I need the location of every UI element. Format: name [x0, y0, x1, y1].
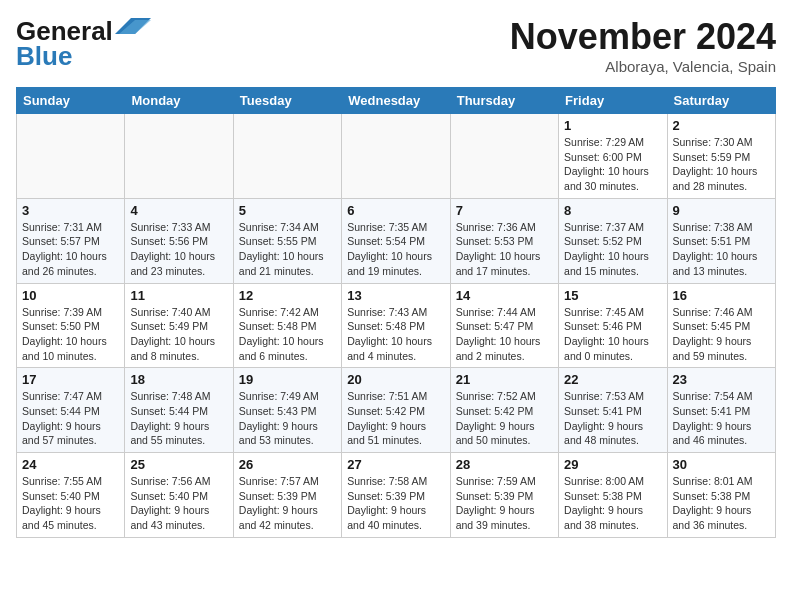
day-info: Sunrise: 7:53 AM Sunset: 5:41 PM Dayligh… — [564, 389, 661, 448]
day-info: Sunrise: 7:39 AM Sunset: 5:50 PM Dayligh… — [22, 305, 119, 364]
calendar-cell: 28Sunrise: 7:59 AM Sunset: 5:39 PM Dayli… — [450, 453, 558, 538]
calendar-week-row: 24Sunrise: 7:55 AM Sunset: 5:40 PM Dayli… — [17, 453, 776, 538]
day-number: 12 — [239, 288, 336, 303]
day-info: Sunrise: 7:34 AM Sunset: 5:55 PM Dayligh… — [239, 220, 336, 279]
calendar-week-row: 10Sunrise: 7:39 AM Sunset: 5:50 PM Dayli… — [17, 283, 776, 368]
calendar-cell: 4Sunrise: 7:33 AM Sunset: 5:56 PM Daylig… — [125, 198, 233, 283]
calendar-cell: 23Sunrise: 7:54 AM Sunset: 5:41 PM Dayli… — [667, 368, 775, 453]
day-info: Sunrise: 7:33 AM Sunset: 5:56 PM Dayligh… — [130, 220, 227, 279]
day-info: Sunrise: 7:38 AM Sunset: 5:51 PM Dayligh… — [673, 220, 770, 279]
day-number: 18 — [130, 372, 227, 387]
weekday-header-saturday: Saturday — [667, 88, 775, 114]
day-info: Sunrise: 7:29 AM Sunset: 6:00 PM Dayligh… — [564, 135, 661, 194]
calendar-cell: 3Sunrise: 7:31 AM Sunset: 5:57 PM Daylig… — [17, 198, 125, 283]
month-title: November 2024 — [510, 16, 776, 58]
calendar-cell: 22Sunrise: 7:53 AM Sunset: 5:41 PM Dayli… — [559, 368, 667, 453]
calendar-cell — [233, 114, 341, 199]
day-number: 8 — [564, 203, 661, 218]
day-number: 29 — [564, 457, 661, 472]
day-info: Sunrise: 7:55 AM Sunset: 5:40 PM Dayligh… — [22, 474, 119, 533]
calendar-week-row: 3Sunrise: 7:31 AM Sunset: 5:57 PM Daylig… — [17, 198, 776, 283]
day-info: Sunrise: 7:57 AM Sunset: 5:39 PM Dayligh… — [239, 474, 336, 533]
calendar-cell: 8Sunrise: 7:37 AM Sunset: 5:52 PM Daylig… — [559, 198, 667, 283]
calendar-cell — [17, 114, 125, 199]
logo-general: General — [16, 16, 113, 46]
day-info: Sunrise: 8:00 AM Sunset: 5:38 PM Dayligh… — [564, 474, 661, 533]
day-info: Sunrise: 7:49 AM Sunset: 5:43 PM Dayligh… — [239, 389, 336, 448]
day-number: 23 — [673, 372, 770, 387]
day-number: 24 — [22, 457, 119, 472]
weekday-header-sunday: Sunday — [17, 88, 125, 114]
calendar-cell: 12Sunrise: 7:42 AM Sunset: 5:48 PM Dayli… — [233, 283, 341, 368]
calendar-cell: 21Sunrise: 7:52 AM Sunset: 5:42 PM Dayli… — [450, 368, 558, 453]
day-number: 3 — [22, 203, 119, 218]
day-info: Sunrise: 7:43 AM Sunset: 5:48 PM Dayligh… — [347, 305, 444, 364]
calendar-cell: 11Sunrise: 7:40 AM Sunset: 5:49 PM Dayli… — [125, 283, 233, 368]
day-number: 17 — [22, 372, 119, 387]
calendar-cell: 25Sunrise: 7:56 AM Sunset: 5:40 PM Dayli… — [125, 453, 233, 538]
weekday-header-thursday: Thursday — [450, 88, 558, 114]
day-info: Sunrise: 7:40 AM Sunset: 5:49 PM Dayligh… — [130, 305, 227, 364]
day-number: 25 — [130, 457, 227, 472]
calendar-cell: 1Sunrise: 7:29 AM Sunset: 6:00 PM Daylig… — [559, 114, 667, 199]
calendar-week-row: 1Sunrise: 7:29 AM Sunset: 6:00 PM Daylig… — [17, 114, 776, 199]
calendar-cell: 2Sunrise: 7:30 AM Sunset: 5:59 PM Daylig… — [667, 114, 775, 199]
day-number: 15 — [564, 288, 661, 303]
day-number: 13 — [347, 288, 444, 303]
day-number: 9 — [673, 203, 770, 218]
day-info: Sunrise: 7:46 AM Sunset: 5:45 PM Dayligh… — [673, 305, 770, 364]
day-info: Sunrise: 7:45 AM Sunset: 5:46 PM Dayligh… — [564, 305, 661, 364]
calendar-cell — [125, 114, 233, 199]
calendar-table: SundayMondayTuesdayWednesdayThursdayFrid… — [16, 87, 776, 538]
day-number: 20 — [347, 372, 444, 387]
day-number: 1 — [564, 118, 661, 133]
day-info: Sunrise: 7:44 AM Sunset: 5:47 PM Dayligh… — [456, 305, 553, 364]
calendar-cell: 6Sunrise: 7:35 AM Sunset: 5:54 PM Daylig… — [342, 198, 450, 283]
day-info: Sunrise: 8:01 AM Sunset: 5:38 PM Dayligh… — [673, 474, 770, 533]
calendar-cell: 20Sunrise: 7:51 AM Sunset: 5:42 PM Dayli… — [342, 368, 450, 453]
logo-icon — [115, 16, 151, 36]
calendar-cell: 15Sunrise: 7:45 AM Sunset: 5:46 PM Dayli… — [559, 283, 667, 368]
day-info: Sunrise: 7:36 AM Sunset: 5:53 PM Dayligh… — [456, 220, 553, 279]
calendar-cell: 5Sunrise: 7:34 AM Sunset: 5:55 PM Daylig… — [233, 198, 341, 283]
day-info: Sunrise: 7:30 AM Sunset: 5:59 PM Dayligh… — [673, 135, 770, 194]
calendar-cell — [342, 114, 450, 199]
day-info: Sunrise: 7:51 AM Sunset: 5:42 PM Dayligh… — [347, 389, 444, 448]
calendar-cell — [450, 114, 558, 199]
calendar-week-row: 17Sunrise: 7:47 AM Sunset: 5:44 PM Dayli… — [17, 368, 776, 453]
day-info: Sunrise: 7:54 AM Sunset: 5:41 PM Dayligh… — [673, 389, 770, 448]
day-number: 4 — [130, 203, 227, 218]
calendar-cell: 18Sunrise: 7:48 AM Sunset: 5:44 PM Dayli… — [125, 368, 233, 453]
location: Alboraya, Valencia, Spain — [510, 58, 776, 75]
calendar-cell: 29Sunrise: 8:00 AM Sunset: 5:38 PM Dayli… — [559, 453, 667, 538]
calendar-cell: 17Sunrise: 7:47 AM Sunset: 5:44 PM Dayli… — [17, 368, 125, 453]
calendar-header-row: SundayMondayTuesdayWednesdayThursdayFrid… — [17, 88, 776, 114]
day-info: Sunrise: 7:35 AM Sunset: 5:54 PM Dayligh… — [347, 220, 444, 279]
calendar-cell: 19Sunrise: 7:49 AM Sunset: 5:43 PM Dayli… — [233, 368, 341, 453]
day-info: Sunrise: 7:52 AM Sunset: 5:42 PM Dayligh… — [456, 389, 553, 448]
calendar-cell: 9Sunrise: 7:38 AM Sunset: 5:51 PM Daylig… — [667, 198, 775, 283]
day-number: 16 — [673, 288, 770, 303]
day-number: 10 — [22, 288, 119, 303]
logo: General Blue — [16, 16, 159, 72]
day-number: 27 — [347, 457, 444, 472]
day-info: Sunrise: 7:31 AM Sunset: 5:57 PM Dayligh… — [22, 220, 119, 279]
day-number: 14 — [456, 288, 553, 303]
calendar-cell: 14Sunrise: 7:44 AM Sunset: 5:47 PM Dayli… — [450, 283, 558, 368]
day-number: 7 — [456, 203, 553, 218]
day-info: Sunrise: 7:42 AM Sunset: 5:48 PM Dayligh… — [239, 305, 336, 364]
weekday-header-friday: Friday — [559, 88, 667, 114]
day-number: 5 — [239, 203, 336, 218]
calendar-cell: 27Sunrise: 7:58 AM Sunset: 5:39 PM Dayli… — [342, 453, 450, 538]
calendar-cell: 10Sunrise: 7:39 AM Sunset: 5:50 PM Dayli… — [17, 283, 125, 368]
day-number: 2 — [673, 118, 770, 133]
weekday-header-wednesday: Wednesday — [342, 88, 450, 114]
day-number: 30 — [673, 457, 770, 472]
calendar-cell: 13Sunrise: 7:43 AM Sunset: 5:48 PM Dayli… — [342, 283, 450, 368]
calendar-cell: 24Sunrise: 7:55 AM Sunset: 5:40 PM Dayli… — [17, 453, 125, 538]
weekday-header-monday: Monday — [125, 88, 233, 114]
calendar-cell: 26Sunrise: 7:57 AM Sunset: 5:39 PM Dayli… — [233, 453, 341, 538]
day-number: 26 — [239, 457, 336, 472]
day-number: 22 — [564, 372, 661, 387]
day-info: Sunrise: 7:47 AM Sunset: 5:44 PM Dayligh… — [22, 389, 119, 448]
